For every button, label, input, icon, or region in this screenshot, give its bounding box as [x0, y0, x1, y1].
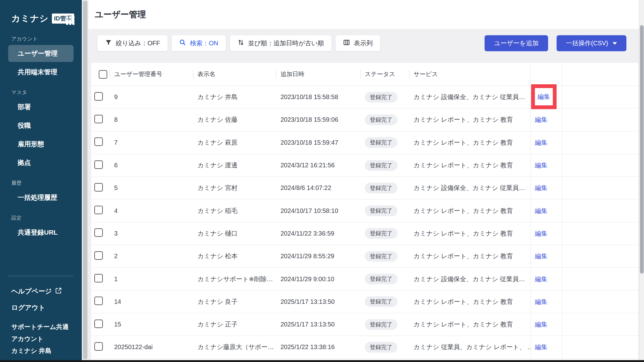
logo-text: カミナシ: [11, 13, 49, 25]
edit-link[interactable]: 編集: [535, 253, 547, 259]
row-user-id: 4: [110, 207, 193, 214]
edit-link[interactable]: 編集: [535, 116, 547, 123]
row-edit-cell: 編集: [530, 177, 562, 199]
action-buttons: ユーザーを追加 一括操作(CSV): [485, 35, 626, 51]
sidebar-divider: [8, 276, 74, 276]
search-button[interactable]: 検索：ON: [172, 35, 226, 51]
user-table: ユーザー管理番号 表示名 追加日時 ステータス サービス 9 カミナシ 井島 2…: [91, 63, 638, 360]
edit-link[interactable]: 編集: [535, 184, 547, 191]
row-status-cell: 登録完了: [360, 228, 409, 239]
help-page-label: ヘルプページ: [11, 287, 52, 296]
row-checkbox[interactable]: [94, 274, 103, 282]
edit-link[interactable]: 編集: [535, 162, 547, 169]
row-user-id: 2: [110, 253, 193, 260]
edit-wrap: 編集: [530, 252, 547, 260]
edit-link[interactable]: 編集: [535, 207, 547, 214]
edit-wrap: 編集: [530, 161, 547, 170]
table-row: 8 カミナシ 佐藤 2023/10/18 15:59:06 登録完了 カミナシ …: [91, 109, 638, 131]
row-checkbox[interactable]: [94, 228, 103, 237]
page-scrollbar[interactable]: [639, 0, 644, 362]
sidebar-scrollbar[interactable]: [82, 0, 88, 362]
select-all-checkbox[interactable]: [99, 70, 107, 79]
row-checkbox[interactable]: [94, 342, 103, 351]
edit-link[interactable]: 編集: [535, 321, 547, 328]
row-services: カミナシ レポート、カミナシ 教育: [409, 115, 530, 124]
sidebar-item-役職[interactable]: 役職: [8, 117, 74, 134]
sidebar-scrollbar-thumb[interactable]: [83, 1, 87, 359]
sidebar-item-共通登録URL[interactable]: 共通登録URL: [8, 224, 74, 241]
row-checkbox[interactable]: [94, 320, 103, 328]
table-row: 6 カミナシ 渡邊 2024/3/12 16:21:56 登録完了 カミナシ レ…: [91, 154, 638, 177]
row-checkbox-cell: [91, 320, 110, 330]
sidebar-item-雇用形態[interactable]: 雇用形態: [8, 136, 74, 153]
row-display-name: カミナシ 萩原: [193, 138, 276, 147]
add-user-button[interactable]: ユーザーを追加: [485, 35, 548, 51]
table-row: 2 カミナシ 松本 2024/11/29 8:55:29 登録完了 カミナシ レ…: [91, 245, 638, 268]
sidebar-section: アカウント ユーザー管理共用端末管理: [0, 36, 82, 81]
row-edit-cell: 編集: [530, 199, 562, 222]
edit-link[interactable]: 編集: [538, 92, 550, 101]
bulk-operation-button[interactable]: 一括操作(CSV): [557, 35, 626, 51]
sidebar-item-一括処理履歴[interactable]: 一括処理履歴: [8, 189, 74, 206]
row-added-date: 2023/10/18 15:59:06: [276, 116, 360, 123]
status-badge: 登録完了: [365, 160, 397, 171]
row-checkbox[interactable]: [94, 183, 103, 192]
row-checkbox[interactable]: [94, 137, 103, 146]
table-header-row: ユーザー管理番号 表示名 追加日時 ステータス サービス: [91, 63, 638, 86]
chevron-down-icon: [613, 42, 617, 45]
filter-button-label: 絞り込み：OFF: [116, 39, 160, 47]
sidebar-item-拠点[interactable]: 拠点: [8, 154, 74, 171]
header-status: ステータス: [360, 63, 409, 86]
row-edit-cell: 編集: [530, 291, 562, 313]
row-checkbox[interactable]: [94, 115, 103, 123]
columns-button[interactable]: 表示列: [336, 35, 380, 51]
logout-label: ログアウト: [11, 303, 45, 312]
filter-button[interactable]: 絞り込み：OFF: [97, 35, 168, 51]
row-edit-cell: 編集: [530, 131, 562, 154]
status-badge: 登録完了: [365, 342, 397, 353]
edit-link[interactable]: 編集: [535, 343, 547, 350]
row-checkbox-cell: [91, 274, 110, 284]
edit-link[interactable]: 編集: [535, 230, 547, 237]
sidebar-item-共用端末管理[interactable]: 共用端末管理: [8, 64, 74, 81]
row-checkbox[interactable]: [94, 92, 103, 101]
sidebar-item-部署[interactable]: 部署: [8, 98, 74, 115]
edit-link[interactable]: 編集: [535, 276, 547, 282]
row-checkbox[interactable]: [94, 160, 103, 169]
edit-wrap: 編集: [530, 343, 547, 351]
row-display-name: カミナシ 宮村: [193, 184, 276, 192]
sidebar-section: マスタ 部署役職雇用形態拠点: [0, 89, 82, 171]
status-badge: 登録完了: [365, 274, 397, 284]
row-display-name: カミナシ 佐藤: [193, 115, 276, 124]
edit-highlight-box: 編集: [531, 84, 557, 109]
sort-button[interactable]: 並び順：追加日時が古い順: [230, 35, 331, 51]
row-display-name: カミナシ 井島: [193, 93, 276, 101]
edit-link[interactable]: 編集: [535, 139, 547, 146]
row-edit-cell: 編集: [530, 245, 562, 267]
row-checkbox[interactable]: [94, 206, 103, 214]
sidebar-footer: ヘルプページ ログアウト サポートチーム共通アカウント カミナシ 井島: [0, 276, 82, 357]
status-badge: 登録完了: [365, 205, 397, 216]
apps-grid-icon[interactable]: [66, 16, 75, 25]
row-checkbox[interactable]: [94, 251, 103, 260]
sidebar-nav: アカウント ユーザー管理共用端末管理 マスタ 部署役職雇用形態拠点 履歴 一括処…: [0, 36, 82, 241]
table-row: 3 カミナシ 樋口 2024/11/22 3:36:59 登録完了 カミナシ レ…: [91, 222, 638, 245]
status-badge: 登録完了: [365, 228, 397, 239]
row-user-id: 20250122-dai: [110, 343, 193, 351]
row-checkbox-cell: [91, 137, 110, 148]
header-edit-column: [530, 63, 562, 86]
table-row: 7 カミナシ 萩原 2023/10/18 15:59:47 登録完了 カミナシ …: [91, 131, 638, 154]
table-row: 4 カミナシ 稲毛 2024/10/17 10:58:10 登録完了 カミナシ …: [91, 199, 638, 222]
logout-link[interactable]: ログアウト: [11, 303, 82, 312]
row-user-id: 1: [110, 276, 193, 283]
row-edit-cell: 編集: [530, 86, 562, 108]
page-title: ユーザー管理: [95, 9, 146, 20]
columns-icon: [343, 39, 350, 47]
sidebar-item-ユーザー管理[interactable]: ユーザー管理: [8, 45, 74, 62]
row-checkbox[interactable]: [94, 297, 103, 305]
page-scrollbar-thumb[interactable]: [640, 25, 644, 274]
row-status-cell: 登録完了: [360, 251, 409, 262]
sidebar-section-label: マスタ: [11, 89, 82, 96]
help-page-link[interactable]: ヘルプページ: [11, 287, 82, 296]
edit-link[interactable]: 編集: [535, 298, 547, 305]
